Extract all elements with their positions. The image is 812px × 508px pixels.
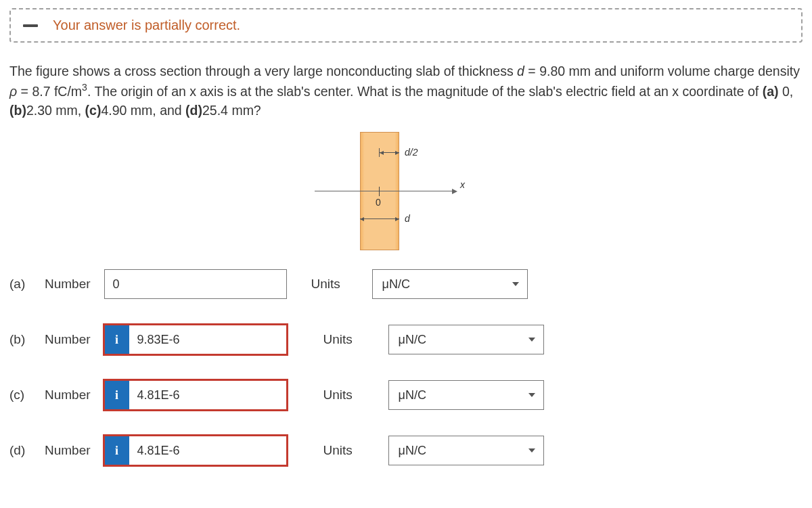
feedback-message: Your answer is partially correct. [53, 18, 240, 33]
x-axis-line [315, 191, 453, 191]
units-label: Units [323, 332, 375, 347]
units-value-d: μN/C [399, 444, 426, 458]
q-eq2: = 8.7 fC/m [17, 84, 82, 99]
units-label: Units [323, 443, 375, 458]
q-b: (b) [9, 103, 26, 118]
q-cv: 4.90 mm, and [101, 103, 185, 118]
origin-label: 0 [376, 197, 381, 208]
units-value-a: μN/C [382, 277, 410, 292]
q-rho: ρ [9, 84, 17, 99]
number-input-b[interactable] [129, 325, 302, 354]
units-value-c: μN/C [399, 388, 426, 402]
number-input-a[interactable] [105, 270, 286, 298]
number-label: Number [45, 388, 91, 402]
number-input-box-a [104, 269, 287, 299]
q-eq1: = 9.80 mm and uniform volume charge dens… [524, 64, 800, 78]
arrow-right-icon [395, 151, 399, 155]
d-dim-line [360, 218, 399, 219]
q-p1: The figure shows a cross section through… [9, 64, 517, 78]
info-icon[interactable]: i [105, 381, 129, 409]
d-label: d [405, 213, 410, 224]
units-select-d[interactable]: μN/C [388, 436, 544, 465]
arrow-left-icon [380, 151, 384, 155]
figure-container: 0 x d/2 d [9, 132, 803, 250]
units-label: Units [311, 277, 363, 292]
number-input-d[interactable] [129, 436, 302, 465]
q-dv: 25.4 mm? [202, 103, 261, 118]
part-label-a: (a) [9, 277, 35, 292]
d2-label: d/2 [405, 147, 418, 158]
units-select-c[interactable]: μN/C [388, 380, 544, 410]
part-label-b: (b) [9, 332, 35, 347]
q-av: 0, [779, 84, 794, 99]
chevron-down-icon [528, 448, 535, 453]
number-input-box-c: i [104, 380, 287, 410]
q-d: d [517, 64, 524, 78]
number-input-box-d: i [104, 436, 287, 465]
arrow-left-icon [360, 217, 364, 221]
answer-row-c: (c) Number i Units μN/C [9, 380, 803, 410]
number-input-box-b: i [104, 325, 287, 354]
units-label: Units [323, 388, 375, 402]
number-label: Number [45, 277, 91, 292]
info-icon[interactable]: i [105, 436, 129, 465]
answer-row-b: (b) Number i Units μN/C [9, 325, 803, 354]
answer-row-a: (a) Number Units μN/C [9, 269, 803, 299]
arrow-right-icon [395, 217, 399, 221]
units-select-b[interactable]: μN/C [388, 325, 544, 354]
chevron-down-icon [528, 338, 535, 342]
q-sup: 3 [82, 82, 87, 93]
units-value-b: μN/C [399, 333, 426, 347]
chevron-down-icon [512, 282, 519, 286]
minus-icon [23, 24, 38, 27]
q-c: (c) [85, 103, 102, 118]
units-select-a[interactable]: μN/C [372, 269, 528, 299]
answer-row-d: (d) Number i Units μN/C [9, 436, 803, 465]
q-a: (a) [763, 84, 779, 99]
chevron-down-icon [528, 393, 535, 397]
part-label-d: (d) [9, 443, 35, 458]
q-p2: . The origin of an x axis is at the slab… [87, 84, 763, 99]
origin-tick [379, 187, 380, 196]
number-label: Number [45, 443, 91, 458]
info-icon[interactable]: i [105, 325, 129, 354]
feedback-banner: Your answer is partially correct. [9, 8, 803, 43]
x-axis-label: x [460, 179, 465, 190]
q-d2: (d) [185, 103, 202, 118]
x-axis-arrow-icon [452, 189, 457, 194]
number-label: Number [45, 332, 91, 347]
slab-figure: 0 x d/2 d [332, 132, 480, 250]
number-input-c[interactable] [129, 381, 302, 409]
part-label-c: (c) [9, 388, 35, 402]
q-bv: 2.30 mm, [26, 103, 85, 118]
answers-section: (a) Number Units μN/C (b) Number i Units… [9, 269, 803, 465]
question-text: The figure shows a cross section through… [9, 62, 803, 120]
